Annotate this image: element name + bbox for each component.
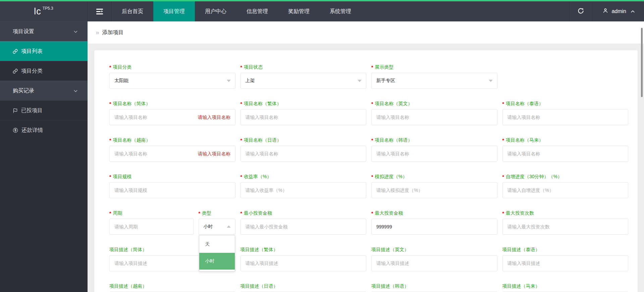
select-value: 上架 <box>246 78 255 84</box>
project-scale-field <box>109 182 235 198</box>
form-field: *项目名称（马来） <box>502 137 629 162</box>
desc-zh-tw-input[interactable] <box>240 255 367 271</box>
required-asterisk: * <box>502 211 504 216</box>
vertical-scrollbar-thumb[interactable] <box>641 28 643 97</box>
chevron-down-icon <box>73 88 78 93</box>
sidebar-item-purchase-records[interactable]: 购买记录 <box>0 81 88 100</box>
top-navbar: lc TP5.3 后台首页项目管理用户中心信息管理奖励管理系统管理 admin <box>0 1 644 21</box>
field-label-text: 项目名称（马来） <box>506 137 543 143</box>
name-vi-input[interactable] <box>109 146 235 162</box>
dropdown-option[interactable]: 天 <box>199 236 235 253</box>
sidebar-item-label: 项目列表 <box>21 48 43 55</box>
sidebar-item-invested-projects[interactable]: 已投项目 <box>0 100 88 120</box>
required-asterisk: * <box>240 138 242 143</box>
max-invest-times-input[interactable] <box>502 219 629 235</box>
nav-item-info-management[interactable]: 信息管理 <box>236 1 278 21</box>
project-category-select[interactable]: 太阳能 <box>109 73 235 89</box>
field-label-name-ms: *项目名称（马来） <box>502 137 629 143</box>
nav-item-system-management[interactable]: 系统管理 <box>320 1 361 21</box>
nav-item-reward-management[interactable]: 奖励管理 <box>278 1 320 21</box>
user-menu[interactable]: admin <box>592 1 644 21</box>
desc-en-field <box>371 255 497 271</box>
min-investment-field <box>240 219 367 235</box>
nav-item-user-center[interactable]: 用户中心 <box>195 1 236 21</box>
field-label-desc-en: 项目描述（英文） <box>371 247 497 252</box>
name-ko-input[interactable] <box>371 146 497 162</box>
field-label-desc-vi: 项目描述（越南） <box>109 283 235 289</box>
auto-progress-input[interactable] <box>502 182 629 198</box>
field-label-text: 项目描述（日语） <box>240 283 278 289</box>
simulated-progress-input[interactable] <box>371 182 497 198</box>
form-field: 项目描述（越南） <box>109 283 235 292</box>
main-content: » 添加项目 *项目分类太阳能*项目状态上架*展示类型新手专区*项目名称（简体）… <box>88 21 644 292</box>
min-investment-input[interactable] <box>240 219 367 235</box>
user-icon <box>602 8 608 15</box>
username: admin <box>611 8 626 14</box>
sidebar: 项目设置项目列表项目分类购买记录已投项目还款详情 <box>0 21 88 292</box>
form-row: *项目名称（简体）请输入项目名称*项目名称（繁体）*项目名称（英文）*项目名称（… <box>109 101 628 125</box>
sidebar-item-repayment-details[interactable]: 还款详情 <box>0 120 88 140</box>
field-label-display-type: *展示类型 <box>371 64 497 70</box>
cycle-type-select[interactable]: 小时天小时 <box>199 219 235 235</box>
sidebar-item-project-list[interactable]: 项目列表 <box>0 41 88 61</box>
required-asterisk: * <box>502 101 504 106</box>
form-row: *项目规模*收益率（%）*模拟进度（%）*自增进度（30分钟）（%） <box>109 174 628 198</box>
add-project-form: *项目分类太阳能*项目状态上架*展示类型新手专区*项目名称（简体）请输入项目名称… <box>109 64 628 292</box>
chevron-down-icon <box>73 29 78 34</box>
link-icon <box>13 69 18 74</box>
name-ja-input[interactable] <box>240 146 367 162</box>
field-label-name-zh-tw: *项目名称（繁体） <box>240 101 367 106</box>
sidebar-item-project-settings[interactable]: 项目设置 <box>0 21 88 41</box>
form-field: *项目名称（简体）请输入项目名称 <box>109 101 235 125</box>
form-field: *项目名称（越南）请输入项目名称 <box>109 137 235 162</box>
field-label-max-invest-times: *最大投资次数 <box>502 210 629 216</box>
yield-rate-input[interactable] <box>240 182 367 198</box>
field-label-text: 项目描述（繁体） <box>240 247 278 253</box>
nav-item-project-management[interactable]: 项目管理 <box>153 1 195 21</box>
name-th-input[interactable] <box>502 109 629 125</box>
cycle-input[interactable] <box>109 219 194 235</box>
project-status-select[interactable]: 上架 <box>240 73 367 89</box>
name-ko-field <box>371 146 497 162</box>
desc-th-input[interactable] <box>502 255 629 271</box>
dropdown-option[interactable]: 小时 <box>199 253 235 270</box>
empty-cell <box>502 64 629 89</box>
name-ms-input[interactable] <box>502 146 629 162</box>
field-label-cycle-type: *类型 <box>199 210 235 216</box>
field-label-desc-ja: 项目描述（日语） <box>240 283 367 289</box>
name-zh-cn-input[interactable] <box>109 109 235 125</box>
max-investment-input[interactable] <box>371 219 497 235</box>
menu-toggle-button[interactable] <box>88 1 112 21</box>
form-field: 项目描述（英文） <box>371 247 497 271</box>
field-label-text: 周期 <box>113 210 122 216</box>
name-zh-tw-input[interactable] <box>240 109 367 125</box>
field-label-text: 模拟进度（%） <box>375 174 407 180</box>
project-scale-input[interactable] <box>109 182 235 198</box>
desc-en-input[interactable] <box>371 255 497 271</box>
refresh-button[interactable] <box>569 1 592 21</box>
field-label-text: 项目名称（泰语） <box>506 101 543 107</box>
field-label-project-status: *项目状态 <box>240 64 367 70</box>
name-en-input[interactable] <box>371 109 497 125</box>
chevron-down-icon <box>227 80 231 82</box>
field-label-name-zh-cn: *项目名称（简体） <box>109 101 235 106</box>
field-label-min-investment: *最小投资金额 <box>240 210 367 216</box>
refresh-icon <box>577 7 584 16</box>
display-type-select[interactable]: 新手专区 <box>371 73 497 89</box>
max-investment-field <box>371 219 497 235</box>
name-vi-field: 请输入项目名称 <box>109 146 235 162</box>
select-value: 新手专区 <box>376 78 395 84</box>
nav-item-admin-home[interactable]: 后台首页 <box>112 1 153 21</box>
form-field: *周期 <box>109 210 194 235</box>
top-nav-list: 后台首页项目管理用户中心信息管理奖励管理系统管理 <box>112 1 361 21</box>
field-label-desc-ko: 项目描述（韩语） <box>371 283 497 289</box>
field-label-auto-progress: *自增进度（30分钟）（%） <box>502 174 629 179</box>
chevron-down-icon <box>489 80 493 82</box>
desc-zh-tw-field <box>240 255 367 271</box>
logo-text: lc <box>34 6 41 17</box>
form-field: *项目名称（英文） <box>371 101 497 125</box>
field-label-project-scale: *项目规模 <box>109 174 235 179</box>
form-field: *模拟进度（%） <box>371 174 497 198</box>
field-label-name-th: *项目名称（泰语） <box>502 101 629 106</box>
sidebar-item-project-category[interactable]: 项目分类 <box>0 61 88 81</box>
